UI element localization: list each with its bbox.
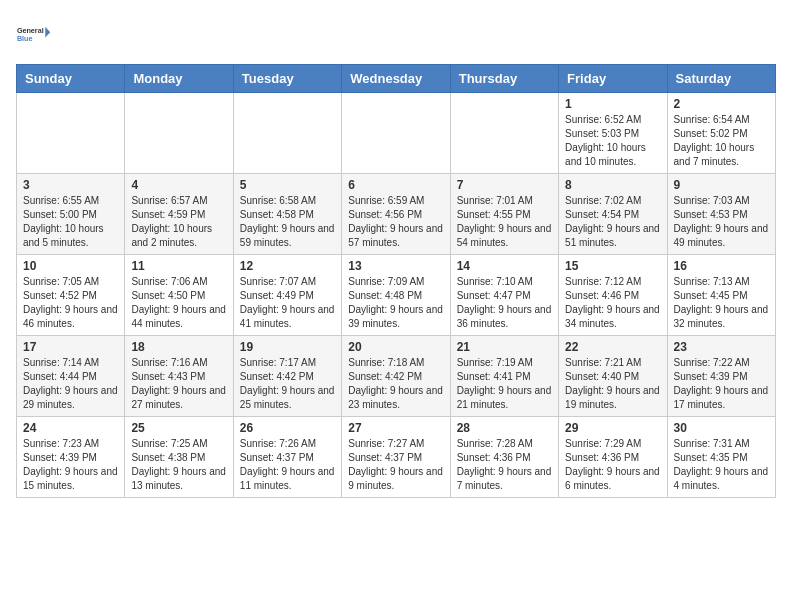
day-header-monday: Monday (125, 65, 233, 93)
day-number: 1 (565, 97, 660, 111)
day-info: Sunrise: 7:07 AM Sunset: 4:49 PM Dayligh… (240, 275, 335, 331)
calendar-week-row: 17Sunrise: 7:14 AM Sunset: 4:44 PM Dayli… (17, 336, 776, 417)
day-info: Sunrise: 7:10 AM Sunset: 4:47 PM Dayligh… (457, 275, 552, 331)
day-info: Sunrise: 7:26 AM Sunset: 4:37 PM Dayligh… (240, 437, 335, 493)
day-number: 23 (674, 340, 769, 354)
calendar-week-row: 1Sunrise: 6:52 AM Sunset: 5:03 PM Daylig… (17, 93, 776, 174)
calendar-cell: 28Sunrise: 7:28 AM Sunset: 4:36 PM Dayli… (450, 417, 558, 498)
calendar-cell (125, 93, 233, 174)
calendar-cell: 6Sunrise: 6:59 AM Sunset: 4:56 PM Daylig… (342, 174, 450, 255)
day-number: 16 (674, 259, 769, 273)
svg-text:General: General (17, 26, 44, 35)
day-number: 7 (457, 178, 552, 192)
calendar-cell: 29Sunrise: 7:29 AM Sunset: 4:36 PM Dayli… (559, 417, 667, 498)
calendar-cell: 2Sunrise: 6:54 AM Sunset: 5:02 PM Daylig… (667, 93, 775, 174)
calendar-cell: 4Sunrise: 6:57 AM Sunset: 4:59 PM Daylig… (125, 174, 233, 255)
day-info: Sunrise: 7:27 AM Sunset: 4:37 PM Dayligh… (348, 437, 443, 493)
calendar-cell: 8Sunrise: 7:02 AM Sunset: 4:54 PM Daylig… (559, 174, 667, 255)
calendar-cell: 23Sunrise: 7:22 AM Sunset: 4:39 PM Dayli… (667, 336, 775, 417)
calendar-cell: 14Sunrise: 7:10 AM Sunset: 4:47 PM Dayli… (450, 255, 558, 336)
calendar-cell: 12Sunrise: 7:07 AM Sunset: 4:49 PM Dayli… (233, 255, 341, 336)
calendar-week-row: 24Sunrise: 7:23 AM Sunset: 4:39 PM Dayli… (17, 417, 776, 498)
day-number: 25 (131, 421, 226, 435)
day-number: 18 (131, 340, 226, 354)
day-info: Sunrise: 7:06 AM Sunset: 4:50 PM Dayligh… (131, 275, 226, 331)
calendar-cell: 20Sunrise: 7:18 AM Sunset: 4:42 PM Dayli… (342, 336, 450, 417)
day-info: Sunrise: 7:31 AM Sunset: 4:35 PM Dayligh… (674, 437, 769, 493)
day-number: 22 (565, 340, 660, 354)
day-header-tuesday: Tuesday (233, 65, 341, 93)
day-number: 5 (240, 178, 335, 192)
calendar-cell: 7Sunrise: 7:01 AM Sunset: 4:55 PM Daylig… (450, 174, 558, 255)
calendar-cell: 10Sunrise: 7:05 AM Sunset: 4:52 PM Dayli… (17, 255, 125, 336)
calendar-cell (233, 93, 341, 174)
day-info: Sunrise: 6:54 AM Sunset: 5:02 PM Dayligh… (674, 113, 769, 169)
day-number: 4 (131, 178, 226, 192)
day-header-wednesday: Wednesday (342, 65, 450, 93)
day-number: 3 (23, 178, 118, 192)
day-info: Sunrise: 7:01 AM Sunset: 4:55 PM Dayligh… (457, 194, 552, 250)
day-info: Sunrise: 7:09 AM Sunset: 4:48 PM Dayligh… (348, 275, 443, 331)
day-info: Sunrise: 7:02 AM Sunset: 4:54 PM Dayligh… (565, 194, 660, 250)
day-number: 27 (348, 421, 443, 435)
day-number: 6 (348, 178, 443, 192)
day-info: Sunrise: 7:14 AM Sunset: 4:44 PM Dayligh… (23, 356, 118, 412)
day-number: 24 (23, 421, 118, 435)
calendar-cell (342, 93, 450, 174)
logo-icon: GeneralBlue (16, 16, 52, 52)
calendar-cell (450, 93, 558, 174)
day-info: Sunrise: 7:16 AM Sunset: 4:43 PM Dayligh… (131, 356, 226, 412)
calendar-cell: 1Sunrise: 6:52 AM Sunset: 5:03 PM Daylig… (559, 93, 667, 174)
day-number: 28 (457, 421, 552, 435)
day-number: 9 (674, 178, 769, 192)
day-number: 12 (240, 259, 335, 273)
calendar-cell: 26Sunrise: 7:26 AM Sunset: 4:37 PM Dayli… (233, 417, 341, 498)
day-info: Sunrise: 7:12 AM Sunset: 4:46 PM Dayligh… (565, 275, 660, 331)
day-number: 17 (23, 340, 118, 354)
day-header-friday: Friday (559, 65, 667, 93)
calendar-cell: 11Sunrise: 7:06 AM Sunset: 4:50 PM Dayli… (125, 255, 233, 336)
day-header-thursday: Thursday (450, 65, 558, 93)
day-info: Sunrise: 7:19 AM Sunset: 4:41 PM Dayligh… (457, 356, 552, 412)
calendar-cell (17, 93, 125, 174)
day-info: Sunrise: 7:13 AM Sunset: 4:45 PM Dayligh… (674, 275, 769, 331)
day-number: 29 (565, 421, 660, 435)
calendar-cell: 9Sunrise: 7:03 AM Sunset: 4:53 PM Daylig… (667, 174, 775, 255)
calendar-cell: 3Sunrise: 6:55 AM Sunset: 5:00 PM Daylig… (17, 174, 125, 255)
svg-text:Blue: Blue (17, 34, 33, 43)
calendar-cell: 22Sunrise: 7:21 AM Sunset: 4:40 PM Dayli… (559, 336, 667, 417)
day-number: 14 (457, 259, 552, 273)
day-info: Sunrise: 6:57 AM Sunset: 4:59 PM Dayligh… (131, 194, 226, 250)
day-info: Sunrise: 7:03 AM Sunset: 4:53 PM Dayligh… (674, 194, 769, 250)
calendar-cell: 5Sunrise: 6:58 AM Sunset: 4:58 PM Daylig… (233, 174, 341, 255)
day-info: Sunrise: 7:29 AM Sunset: 4:36 PM Dayligh… (565, 437, 660, 493)
calendar-cell: 18Sunrise: 7:16 AM Sunset: 4:43 PM Dayli… (125, 336, 233, 417)
calendar-cell: 21Sunrise: 7:19 AM Sunset: 4:41 PM Dayli… (450, 336, 558, 417)
page-header: GeneralBlue (16, 16, 776, 52)
day-number: 21 (457, 340, 552, 354)
day-number: 19 (240, 340, 335, 354)
calendar-cell: 13Sunrise: 7:09 AM Sunset: 4:48 PM Dayli… (342, 255, 450, 336)
calendar-header-row: SundayMondayTuesdayWednesdayThursdayFrid… (17, 65, 776, 93)
day-number: 11 (131, 259, 226, 273)
calendar-cell: 16Sunrise: 7:13 AM Sunset: 4:45 PM Dayli… (667, 255, 775, 336)
day-info: Sunrise: 7:21 AM Sunset: 4:40 PM Dayligh… (565, 356, 660, 412)
calendar-cell: 15Sunrise: 7:12 AM Sunset: 4:46 PM Dayli… (559, 255, 667, 336)
day-info: Sunrise: 7:05 AM Sunset: 4:52 PM Dayligh… (23, 275, 118, 331)
calendar-cell: 19Sunrise: 7:17 AM Sunset: 4:42 PM Dayli… (233, 336, 341, 417)
day-info: Sunrise: 7:28 AM Sunset: 4:36 PM Dayligh… (457, 437, 552, 493)
day-info: Sunrise: 7:17 AM Sunset: 4:42 PM Dayligh… (240, 356, 335, 412)
day-number: 30 (674, 421, 769, 435)
calendar-cell: 17Sunrise: 7:14 AM Sunset: 4:44 PM Dayli… (17, 336, 125, 417)
calendar-week-row: 10Sunrise: 7:05 AM Sunset: 4:52 PM Dayli… (17, 255, 776, 336)
day-number: 8 (565, 178, 660, 192)
day-number: 13 (348, 259, 443, 273)
day-info: Sunrise: 7:18 AM Sunset: 4:42 PM Dayligh… (348, 356, 443, 412)
day-number: 15 (565, 259, 660, 273)
calendar-cell: 25Sunrise: 7:25 AM Sunset: 4:38 PM Dayli… (125, 417, 233, 498)
day-number: 2 (674, 97, 769, 111)
day-info: Sunrise: 7:25 AM Sunset: 4:38 PM Dayligh… (131, 437, 226, 493)
day-info: Sunrise: 7:23 AM Sunset: 4:39 PM Dayligh… (23, 437, 118, 493)
day-info: Sunrise: 6:55 AM Sunset: 5:00 PM Dayligh… (23, 194, 118, 250)
day-info: Sunrise: 6:58 AM Sunset: 4:58 PM Dayligh… (240, 194, 335, 250)
